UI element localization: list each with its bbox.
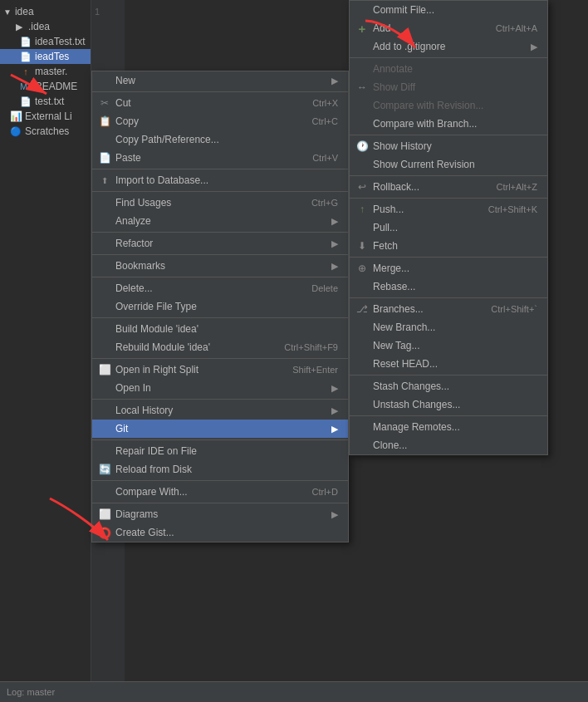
git-menu-stash[interactable]: Stash Changes... — [350, 377, 547, 395]
menu-separator — [92, 317, 348, 318]
sidebar-item-readme[interactable]: MD README — [0, 79, 91, 94]
sidebar-item-master[interactable]: ↑ master. — [0, 64, 91, 79]
menu-item-cut[interactable]: ✂ Cut Ctrl+X — [92, 94, 348, 112]
add-icon: + — [355, 22, 370, 36]
import-icon: ⬆ — [97, 176, 112, 185]
menu-item-open-in[interactable]: Open In ▶ — [92, 379, 348, 397]
menu-item-copy-path[interactable]: Copy Path/Reference... — [92, 130, 348, 149]
git-menu-compare-revision[interactable]: Compare with Revision... — [350, 96, 547, 115]
menu-item-find-usages[interactable]: Find Usages Ctrl+G — [92, 194, 348, 212]
menu-item-diagrams[interactable]: ⬜ Diagrams ▶ — [92, 505, 348, 523]
library-icon: 📊 — [10, 110, 22, 122]
sidebar-item-idea[interactable]: ▶ .idea — [0, 19, 91, 34]
shortcut-label: Ctrl+X — [312, 98, 338, 108]
git-menu-clone[interactable]: Clone... — [350, 436, 547, 454]
menu-item-open-right-split[interactable]: ⬜ Open in Right Split Shift+Enter — [92, 361, 348, 379]
menu-item-delete[interactable]: Delete... Delete — [92, 279, 348, 297]
menu-label: Manage Remotes... — [373, 421, 460, 433]
menu-item-bookmarks[interactable]: Bookmarks ▶ — [92, 257, 348, 275]
project-header[interactable]: ▼ idea — [0, 4, 91, 19]
git-menu-add[interactable]: + Add Ctrl+Alt+A — [350, 19, 547, 37]
shortcut-label: Shift+Enter — [292, 365, 338, 375]
shortcut-label: Ctrl+Alt+Z — [496, 182, 537, 192]
menu-label: New Tag... — [373, 340, 419, 351]
sidebar-item-ideatest[interactable]: 📄 ideaTest.txt — [0, 34, 91, 49]
sidebar-item-ieadtes[interactable]: 📄 ieadTes — [0, 49, 91, 64]
git-menu-new-branch[interactable]: New Branch... — [350, 318, 547, 336]
sidebar-item-external[interactable]: 📊 External Li — [0, 109, 91, 124]
file-icon: ↑ — [20, 66, 32, 76]
git-menu-add-gitignore[interactable]: Add to .gitignore ▶ — [350, 37, 547, 56]
menu-separator — [350, 57, 547, 58]
sidebar-item-test[interactable]: 📄 test.txt — [0, 94, 91, 109]
menu-label: Git — [115, 423, 128, 434]
git-menu-compare-branch[interactable]: Compare with Branch... — [350, 115, 547, 133]
git-menu-push[interactable]: ↑ Push... Ctrl+Shift+K — [350, 200, 547, 218]
git-menu-rebase[interactable]: Rebase... — [350, 277, 547, 296]
menu-label: Local History — [115, 405, 173, 416]
menu-label: Branches... — [373, 303, 424, 315]
sidebar-label: test.txt — [35, 96, 64, 107]
sidebar-label: README — [35, 81, 77, 92]
menu-label: Show History — [373, 140, 432, 152]
push-icon: ↑ — [355, 204, 370, 215]
folder-icon: ▶ — [13, 22, 25, 32]
git-menu-rollback[interactable]: ↩ Rollback... Ctrl+Alt+Z — [350, 178, 547, 196]
menu-label: Commit File... — [373, 4, 434, 16]
menu-separator — [350, 175, 547, 176]
menu-item-git[interactable]: Git ▶ — [92, 420, 348, 438]
git-menu-annotate[interactable]: Annotate — [350, 60, 547, 78]
submenu-arrow-icon: ▶ — [331, 424, 338, 434]
shortcut-label: Ctrl+Shift+F9 — [284, 342, 338, 352]
git-menu-show-current-revision[interactable]: Show Current Revision — [350, 155, 547, 174]
menu-item-new[interactable]: New ▶ — [92, 71, 348, 90]
menu-label: Find Usages — [115, 197, 171, 209]
menu-item-import-db[interactable]: ⬆ Import to Database... — [92, 171, 348, 189]
submenu-arrow-icon: ▶ — [331, 383, 338, 394]
reload-icon: 🔄 — [97, 464, 112, 475]
menu-label: Cut — [115, 97, 131, 109]
menu-item-create-gist[interactable]: ⭕ Create Gist... — [92, 523, 348, 542]
file-icon: 📄 — [20, 52, 32, 62]
shortcut-label: Ctrl+G — [311, 198, 338, 208]
menu-label: Stash Changes... — [373, 380, 449, 392]
git-menu-reset-head[interactable]: Reset HEAD... — [350, 355, 547, 373]
menu-separator — [350, 198, 547, 199]
project-name: idea — [15, 6, 34, 17]
menu-item-repair-ide[interactable]: Repair IDE on File — [92, 442, 348, 460]
fetch-icon: ⬇ — [355, 240, 370, 252]
menu-label: Copy — [115, 115, 139, 127]
menu-item-local-history[interactable]: Local History ▶ — [92, 401, 348, 420]
git-menu-manage-remotes[interactable]: Manage Remotes... — [350, 418, 547, 436]
project-sidebar: ▼ idea ▶ .idea 📄 ideaTest.txt 📄 ieadTes … — [0, 0, 91, 690]
git-menu-fetch[interactable]: ⬇ Fetch — [350, 237, 547, 255]
menu-item-reload-disk[interactable]: 🔄 Reload from Disk — [92, 460, 348, 479]
sidebar-label: master. — [35, 66, 67, 77]
git-menu-pull[interactable]: Pull... — [350, 218, 547, 237]
git-menu-commit[interactable]: Commit File... — [350, 1, 547, 19]
git-menu-show-history[interactable]: 🕐 Show History — [350, 137, 547, 155]
menu-separator — [92, 358, 348, 359]
menu-separator — [350, 375, 547, 376]
menu-label: New — [115, 75, 135, 86]
menu-item-copy[interactable]: 📋 Copy Ctrl+C — [92, 112, 348, 130]
menu-item-paste[interactable]: 📄 Paste Ctrl+V — [92, 149, 348, 167]
menu-item-rebuild-module[interactable]: Rebuild Module 'idea' Ctrl+Shift+F9 — [92, 338, 348, 356]
menu-label: Annotate — [373, 63, 413, 75]
menu-separator — [92, 169, 348, 169]
git-menu-merge[interactable]: ⊕ Merge... — [350, 259, 547, 277]
git-menu-new-tag[interactable]: New Tag... — [350, 336, 547, 355]
menu-label: Compare With... — [115, 486, 188, 498]
git-menu-show-diff[interactable]: ↔ Show Diff — [350, 78, 547, 96]
sidebar-item-scratches[interactable]: 🔵 Scratches — [0, 124, 91, 139]
menu-label: Rebase... — [373, 281, 415, 292]
submenu-arrow-icon: ▶ — [331, 216, 338, 227]
menu-item-refactor[interactable]: Refactor ▶ — [92, 234, 348, 253]
menu-item-compare-with[interactable]: Compare With... Ctrl+D — [92, 483, 348, 501]
git-menu-branches[interactable]: ⎇ Branches... Ctrl+Shift+` — [350, 300, 547, 318]
git-menu-unstash[interactable]: Unstash Changes... — [350, 395, 547, 414]
menu-item-analyze[interactable]: Analyze ▶ — [92, 212, 348, 230]
menu-item-override-filetype[interactable]: Override File Type — [92, 297, 348, 316]
menu-item-build-module[interactable]: Build Module 'idea' — [92, 320, 348, 338]
menu-label: Fetch — [373, 240, 398, 252]
